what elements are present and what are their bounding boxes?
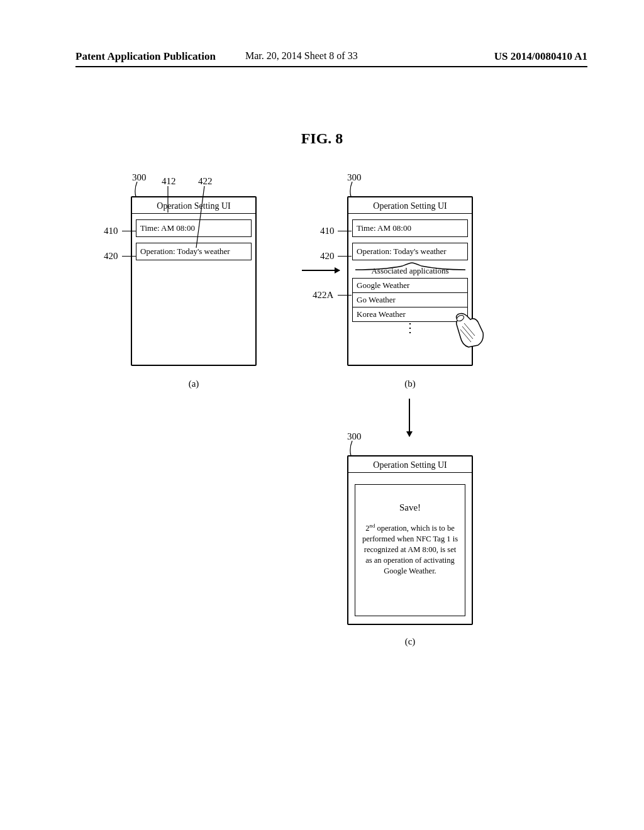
header-middle-text: Mar. 20, 2014 Sheet 8 of 33 bbox=[245, 50, 358, 62]
save-title: Save! bbox=[360, 501, 460, 514]
ref-420-b: 420 bbox=[320, 251, 335, 262]
header-right-text: US 2014/0080410 A1 bbox=[494, 50, 587, 63]
ref-420-a: 420 bbox=[104, 251, 118, 262]
app-list: Google Weather Go Weather Korea Weather bbox=[352, 278, 468, 322]
app-item-korea-weather[interactable]: Korea Weather bbox=[352, 307, 468, 322]
brace-icon bbox=[352, 262, 469, 271]
leader-300-a bbox=[134, 182, 140, 197]
arrow-a-to-b bbox=[302, 270, 340, 271]
leader-410-a bbox=[122, 231, 136, 231]
ref-410-a: 410 bbox=[104, 226, 118, 236]
ui-title-a: Operation Setting UI bbox=[132, 197, 255, 213]
ui-divider bbox=[348, 213, 472, 214]
leader-412 bbox=[166, 186, 170, 213]
leader-422 bbox=[195, 186, 208, 248]
sub-label-b: (b) bbox=[347, 379, 473, 389]
ui-divider bbox=[348, 472, 472, 473]
ref-422: 422 bbox=[198, 176, 213, 187]
figure-title: FIG. 8 bbox=[0, 130, 644, 147]
time-row-b: Time: AM 08:00 bbox=[352, 219, 468, 237]
ref-410-b: 410 bbox=[320, 226, 335, 236]
header-left-text: Patent Application Publication bbox=[75, 50, 216, 63]
save-message-box: Save! 2nd operation, which is to be perf… bbox=[355, 484, 465, 616]
operation-row-b: Operation: Today's weather bbox=[352, 243, 468, 260]
arrow-b-to-c bbox=[409, 399, 410, 436]
device-screen-a: Operation Setting UI Time: AM 08:00 Oper… bbox=[131, 196, 257, 366]
header-rule bbox=[75, 66, 587, 67]
figure-diagram: Operation Setting UI Time: AM 08:00 Oper… bbox=[0, 147, 644, 776]
finger-pointer-icon bbox=[453, 311, 484, 348]
leader-300-c bbox=[349, 441, 355, 456]
app-item-google-weather[interactable]: Google Weather bbox=[352, 278, 468, 293]
leader-422a bbox=[338, 295, 352, 296]
ui-divider bbox=[132, 213, 255, 214]
leader-420-b bbox=[338, 256, 352, 257]
ref-412: 412 bbox=[162, 176, 176, 187]
ui-title-c: Operation Setting UI bbox=[348, 456, 472, 472]
save-message: 2nd operation, which is to be performed … bbox=[360, 523, 460, 577]
sub-label-a: (a) bbox=[131, 379, 257, 389]
device-screen-c: Operation Setting UI Save! 2nd operation… bbox=[347, 455, 473, 625]
leader-300-b bbox=[349, 182, 355, 197]
app-item-go-weather[interactable]: Go Weather bbox=[352, 293, 468, 307]
leader-420-a bbox=[122, 256, 136, 257]
ref-422a: 422A bbox=[313, 290, 333, 301]
ui-title-b: Operation Setting UI bbox=[348, 197, 472, 213]
operation-row-a: Operation: Today's weather bbox=[136, 243, 252, 260]
time-row-a: Time: AM 08:00 bbox=[136, 219, 252, 237]
svg-line-2 bbox=[196, 186, 204, 248]
leader-410-b bbox=[338, 231, 352, 231]
sub-label-c: (c) bbox=[347, 636, 473, 647]
